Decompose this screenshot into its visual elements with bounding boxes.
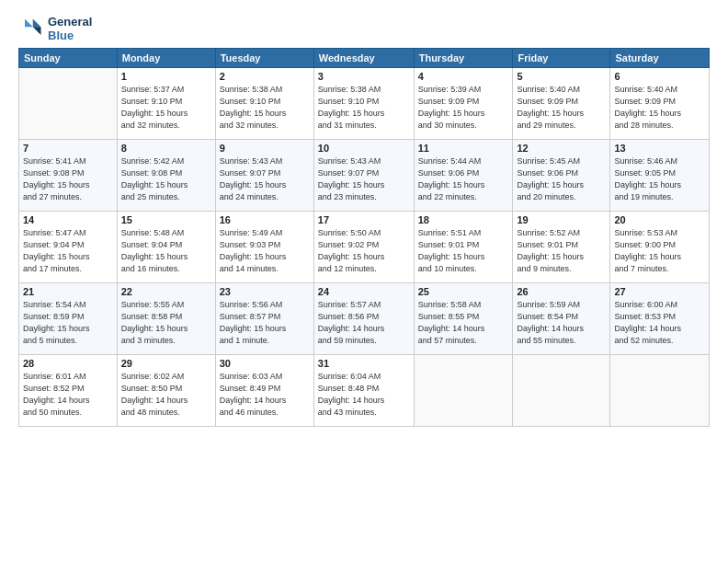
day-number: 21 bbox=[23, 286, 113, 297]
day-number: 27 bbox=[614, 286, 705, 297]
calendar-cell: 9Sunrise: 5:43 AM Sunset: 9:07 PM Daylig… bbox=[215, 140, 313, 212]
day-number: 6 bbox=[614, 71, 705, 82]
day-info: Sunrise: 5:45 AM Sunset: 9:06 PM Dayligh… bbox=[517, 155, 606, 203]
day-number: 19 bbox=[517, 214, 606, 225]
calendar-cell bbox=[610, 355, 710, 427]
day-info: Sunrise: 5:46 AM Sunset: 9:05 PM Dayligh… bbox=[614, 155, 705, 203]
day-header-thursday: Thursday bbox=[414, 49, 513, 68]
calendar-cell: 11Sunrise: 5:44 AM Sunset: 9:06 PM Dayli… bbox=[414, 140, 513, 212]
calendar-cell: 24Sunrise: 5:57 AM Sunset: 8:56 PM Dayli… bbox=[313, 283, 414, 355]
header: General Blue bbox=[18, 15, 710, 42]
day-number: 22 bbox=[121, 286, 211, 297]
day-number: 30 bbox=[220, 358, 310, 369]
calendar-cell: 16Sunrise: 5:49 AM Sunset: 9:03 PM Dayli… bbox=[215, 212, 313, 283]
calendar-cell bbox=[414, 355, 513, 427]
day-info: Sunrise: 5:37 AM Sunset: 9:10 PM Dayligh… bbox=[121, 84, 211, 132]
week-row-4: 21Sunrise: 5:54 AM Sunset: 8:59 PM Dayli… bbox=[19, 283, 710, 355]
day-info: Sunrise: 5:48 AM Sunset: 9:04 PM Dayligh… bbox=[121, 227, 211, 275]
day-info: Sunrise: 5:41 AM Sunset: 9:08 PM Dayligh… bbox=[23, 155, 113, 203]
calendar-cell: 21Sunrise: 5:54 AM Sunset: 8:59 PM Dayli… bbox=[19, 283, 118, 355]
day-number: 26 bbox=[517, 286, 606, 297]
logo-text: General Blue bbox=[48, 15, 92, 42]
day-number: 13 bbox=[614, 143, 705, 154]
day-info: Sunrise: 5:47 AM Sunset: 9:04 PM Dayligh… bbox=[23, 227, 113, 275]
calendar-cell: 28Sunrise: 6:01 AM Sunset: 8:52 PM Dayli… bbox=[19, 355, 118, 427]
day-number: 5 bbox=[517, 71, 606, 82]
day-number: 3 bbox=[318, 71, 410, 82]
calendar-cell: 2Sunrise: 5:38 AM Sunset: 9:10 PM Daylig… bbox=[215, 68, 313, 140]
logo: General Blue bbox=[18, 15, 92, 42]
day-number: 7 bbox=[23, 143, 113, 154]
day-number: 14 bbox=[23, 214, 113, 225]
calendar-cell bbox=[19, 68, 118, 140]
calendar-cell: 25Sunrise: 5:58 AM Sunset: 8:55 PM Dayli… bbox=[414, 283, 513, 355]
day-number: 11 bbox=[418, 143, 509, 154]
week-row-5: 28Sunrise: 6:01 AM Sunset: 8:52 PM Dayli… bbox=[19, 355, 710, 427]
day-number: 16 bbox=[220, 214, 310, 225]
day-info: Sunrise: 6:01 AM Sunset: 8:52 PM Dayligh… bbox=[23, 371, 113, 419]
day-info: Sunrise: 6:03 AM Sunset: 8:49 PM Dayligh… bbox=[220, 371, 310, 419]
day-number: 2 bbox=[220, 71, 310, 82]
calendar-cell: 14Sunrise: 5:47 AM Sunset: 9:04 PM Dayli… bbox=[19, 212, 118, 283]
calendar-cell: 3Sunrise: 5:38 AM Sunset: 9:10 PM Daylig… bbox=[313, 68, 414, 140]
day-header-tuesday: Tuesday bbox=[215, 49, 313, 68]
day-header-wednesday: Wednesday bbox=[313, 49, 414, 68]
calendar-cell: 23Sunrise: 5:56 AM Sunset: 8:57 PM Dayli… bbox=[215, 283, 313, 355]
day-number: 28 bbox=[23, 358, 113, 369]
svg-marker-0 bbox=[33, 19, 41, 28]
calendar-table: SundayMondayTuesdayWednesdayThursdayFrid… bbox=[18, 48, 710, 427]
day-info: Sunrise: 5:40 AM Sunset: 9:09 PM Dayligh… bbox=[517, 84, 606, 132]
day-number: 4 bbox=[418, 71, 509, 82]
day-number: 12 bbox=[517, 143, 606, 154]
day-info: Sunrise: 5:40 AM Sunset: 9:09 PM Dayligh… bbox=[614, 84, 705, 132]
day-header-friday: Friday bbox=[513, 49, 610, 68]
day-info: Sunrise: 5:50 AM Sunset: 9:02 PM Dayligh… bbox=[318, 227, 410, 275]
day-header-sunday: Sunday bbox=[19, 49, 118, 68]
day-info: Sunrise: 5:38 AM Sunset: 9:10 PM Dayligh… bbox=[318, 84, 410, 132]
calendar-cell: 18Sunrise: 5:51 AM Sunset: 9:01 PM Dayli… bbox=[414, 212, 513, 283]
calendar-cell: 6Sunrise: 5:40 AM Sunset: 9:09 PM Daylig… bbox=[610, 68, 710, 140]
calendar-cell: 19Sunrise: 5:52 AM Sunset: 9:01 PM Dayli… bbox=[513, 212, 610, 283]
day-number: 18 bbox=[418, 214, 509, 225]
week-row-1: 1Sunrise: 5:37 AM Sunset: 9:10 PM Daylig… bbox=[19, 68, 710, 140]
day-info: Sunrise: 5:51 AM Sunset: 9:01 PM Dayligh… bbox=[418, 227, 509, 275]
calendar-cell: 17Sunrise: 5:50 AM Sunset: 9:02 PM Dayli… bbox=[313, 212, 414, 283]
calendar-header-row: SundayMondayTuesdayWednesdayThursdayFrid… bbox=[19, 49, 710, 68]
day-info: Sunrise: 5:55 AM Sunset: 8:58 PM Dayligh… bbox=[121, 299, 211, 347]
calendar-cell: 1Sunrise: 5:37 AM Sunset: 9:10 PM Daylig… bbox=[117, 68, 215, 140]
day-info: Sunrise: 5:52 AM Sunset: 9:01 PM Dayligh… bbox=[517, 227, 606, 275]
day-info: Sunrise: 5:43 AM Sunset: 9:07 PM Dayligh… bbox=[220, 155, 310, 203]
day-number: 20 bbox=[614, 214, 705, 225]
day-info: Sunrise: 6:00 AM Sunset: 8:53 PM Dayligh… bbox=[614, 299, 705, 347]
day-number: 10 bbox=[318, 143, 410, 154]
day-number: 25 bbox=[418, 286, 509, 297]
day-header-saturday: Saturday bbox=[610, 49, 710, 68]
day-header-monday: Monday bbox=[117, 49, 215, 68]
day-number: 15 bbox=[121, 214, 211, 225]
day-number: 17 bbox=[318, 214, 410, 225]
day-info: Sunrise: 5:53 AM Sunset: 9:00 PM Dayligh… bbox=[614, 227, 705, 275]
day-info: Sunrise: 5:59 AM Sunset: 8:54 PM Dayligh… bbox=[517, 299, 606, 347]
calendar-cell: 22Sunrise: 5:55 AM Sunset: 8:58 PM Dayli… bbox=[117, 283, 215, 355]
day-info: Sunrise: 5:57 AM Sunset: 8:56 PM Dayligh… bbox=[318, 299, 410, 347]
calendar-body: 1Sunrise: 5:37 AM Sunset: 9:10 PM Daylig… bbox=[19, 68, 710, 427]
calendar-cell: 31Sunrise: 6:04 AM Sunset: 8:48 PM Dayli… bbox=[313, 355, 414, 427]
week-row-2: 7Sunrise: 5:41 AM Sunset: 9:08 PM Daylig… bbox=[19, 140, 710, 212]
day-info: Sunrise: 5:49 AM Sunset: 9:03 PM Dayligh… bbox=[220, 227, 310, 275]
calendar-cell: 27Sunrise: 6:00 AM Sunset: 8:53 PM Dayli… bbox=[610, 283, 710, 355]
calendar-cell: 13Sunrise: 5:46 AM Sunset: 9:05 PM Dayli… bbox=[610, 140, 710, 212]
calendar-cell: 5Sunrise: 5:40 AM Sunset: 9:09 PM Daylig… bbox=[513, 68, 610, 140]
svg-marker-1 bbox=[33, 27, 41, 35]
day-number: 1 bbox=[121, 71, 211, 82]
day-info: Sunrise: 6:04 AM Sunset: 8:48 PM Dayligh… bbox=[318, 371, 410, 419]
calendar-cell bbox=[513, 355, 610, 427]
day-number: 8 bbox=[121, 143, 211, 154]
calendar-cell: 30Sunrise: 6:03 AM Sunset: 8:49 PM Dayli… bbox=[215, 355, 313, 427]
day-number: 31 bbox=[318, 358, 410, 369]
calendar-cell: 4Sunrise: 5:39 AM Sunset: 9:09 PM Daylig… bbox=[414, 68, 513, 140]
calendar-cell: 26Sunrise: 5:59 AM Sunset: 8:54 PM Dayli… bbox=[513, 283, 610, 355]
calendar-cell: 29Sunrise: 6:02 AM Sunset: 8:50 PM Dayli… bbox=[117, 355, 215, 427]
day-info: Sunrise: 5:44 AM Sunset: 9:06 PM Dayligh… bbox=[418, 155, 509, 203]
calendar-cell: 10Sunrise: 5:43 AM Sunset: 9:07 PM Dayli… bbox=[313, 140, 414, 212]
page: General Blue SundayMondayTuesdayWednesda… bbox=[0, 0, 728, 563]
